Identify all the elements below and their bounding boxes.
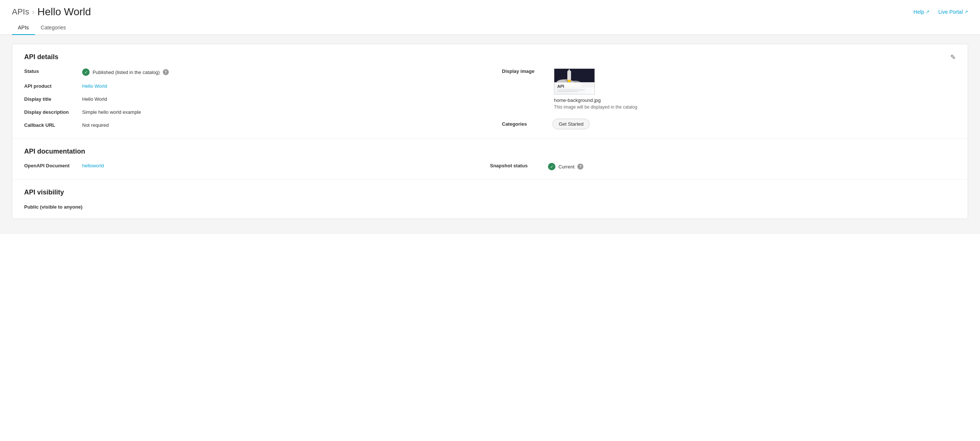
display-title-label: Display title: [24, 96, 76, 102]
snapshot-row: Snapshot status ✓ Current ?: [490, 163, 956, 170]
api-documentation-title: API documentation: [24, 148, 956, 155]
api-details-card: API details ✎ Status ✓ Published (listed…: [12, 44, 968, 219]
breadcrumb: APIs › Hello World: [12, 6, 91, 18]
api-visibility-section: API visibility Public (visible to anyone…: [12, 180, 968, 219]
api-image-container: API: [554, 68, 595, 94]
breadcrumb-apis-link[interactable]: APIs: [12, 7, 29, 17]
api-thumbnail: API: [554, 68, 595, 94]
display-description-row: Display description Simple hello world e…: [24, 109, 490, 115]
api-details-section: API details ✎ Status ✓ Published (listed…: [12, 44, 968, 139]
api-product-value[interactable]: Hello World: [82, 83, 107, 89]
display-image-section: Display image: [502, 68, 956, 110]
display-description-label: Display description: [24, 109, 76, 115]
status-value: Published (listed in the catalog): [92, 70, 160, 75]
snapshot-value: Current: [558, 164, 574, 170]
details-left: Status ✓ Published (listed in the catalo…: [24, 68, 490, 129]
top-links: Help ↗ Live Portal ↗: [913, 9, 968, 15]
callback-url-row: Callback URL Not required: [24, 123, 490, 128]
category-badge: Get Started: [552, 119, 590, 129]
display-image-label: Display image: [502, 68, 547, 74]
image-filename: home-background.jpg: [554, 97, 637, 103]
visibility-value: Public (visible to anyone): [24, 204, 83, 210]
tab-apis[interactable]: APIs: [12, 21, 35, 35]
status-help-icon[interactable]: ?: [163, 69, 169, 75]
snapshot-check-icon: ✓: [548, 163, 555, 170]
edit-icon[interactable]: ✎: [950, 53, 956, 61]
live-portal-external-icon: ↗: [964, 9, 968, 14]
live-portal-link[interactable]: Live Portal ↗: [939, 9, 968, 15]
categories-label: Categories: [502, 121, 547, 127]
callback-url-label: Callback URL: [24, 123, 76, 128]
status-row: Status ✓ Published (listed in the catalo…: [24, 68, 490, 76]
snapshot-help-icon[interactable]: ?: [578, 164, 583, 170]
main-content: API details ✎ Status ✓ Published (listed…: [0, 35, 980, 234]
display-title-value: Hello World: [82, 96, 107, 102]
api-label-overlay: API: [554, 82, 595, 94]
openapi-row: OpenAPI Document helloworld: [24, 163, 490, 170]
image-info: home-background.jpg This image will be d…: [554, 97, 637, 110]
status-check-icon: ✓: [82, 68, 90, 76]
details-right: Display image: [490, 68, 956, 129]
breadcrumb-title: Hello World: [37, 6, 91, 18]
help-external-icon: ↗: [926, 9, 929, 14]
image-description: This image will be displayed in the cata…: [554, 105, 637, 110]
api-label-line-2: [557, 91, 578, 92]
api-overlay-text: API: [557, 84, 592, 89]
status-value-row: ✓ Published (listed in the catalog) ?: [82, 68, 169, 76]
display-title-row: Display title Hello World: [24, 96, 490, 102]
api-details-title: API details: [24, 53, 58, 61]
display-description-value: Simple hello world example: [82, 109, 141, 115]
top-bar: APIs › Hello World Help ↗ Live Portal ↗: [0, 0, 980, 21]
api-product-row: API product Hello World: [24, 83, 490, 89]
api-label-lines: [557, 90, 592, 92]
help-link[interactable]: Help ↗: [913, 9, 929, 15]
tab-categories[interactable]: Categories: [35, 21, 72, 35]
api-label-line-1: [557, 90, 585, 90]
api-visibility-title: API visibility: [24, 188, 956, 196]
snapshot-label: Snapshot status: [490, 163, 542, 169]
breadcrumb-separator: ›: [32, 8, 34, 16]
api-documentation-section: API documentation OpenAPI Document hello…: [12, 139, 968, 180]
callback-url-value: Not required: [82, 123, 109, 128]
status-label: Status: [24, 68, 76, 74]
api-product-label: API product: [24, 83, 76, 89]
details-grid: Status ✓ Published (listed in the catalo…: [24, 68, 956, 129]
doc-section-content: OpenAPI Document helloworld Snapshot sta…: [24, 163, 956, 170]
openapi-label: OpenAPI Document: [24, 163, 76, 169]
snapshot-value-row: ✓ Current ?: [548, 163, 583, 170]
categories-row: Categories Get Started: [502, 119, 956, 129]
openapi-value[interactable]: helloworld: [82, 163, 104, 169]
tabs-bar: APIs Categories: [0, 21, 980, 35]
